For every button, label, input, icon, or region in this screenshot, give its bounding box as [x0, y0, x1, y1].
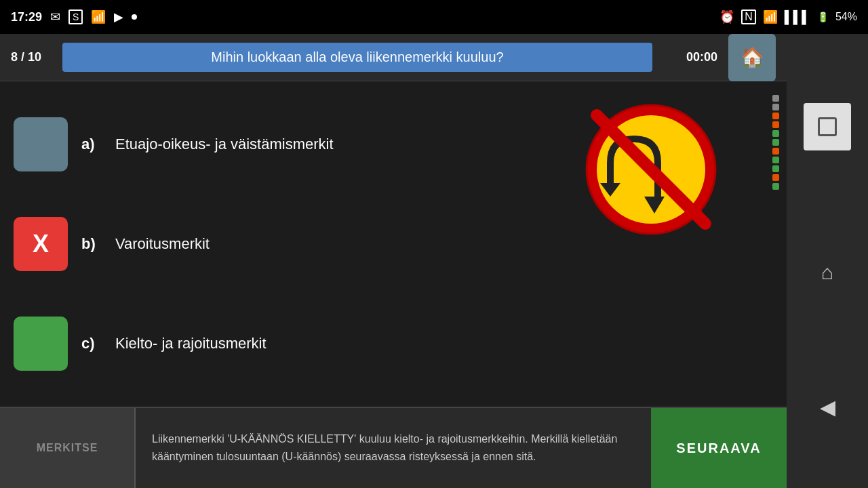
- home-icon: 🏠: [741, 46, 764, 68]
- answer-text-b: Varoitusmerkit: [115, 235, 210, 253]
- scroll-dot-7: [772, 148, 779, 155]
- indicator-c: [14, 317, 68, 371]
- battery-percent: 54%: [835, 11, 857, 23]
- answers-area: a) Etuajo-oikeus- ja väistämismerkit X b…: [0, 81, 787, 407]
- merkitse-button[interactable]: MERKITSE: [0, 408, 136, 488]
- status-time: 17:29: [11, 10, 42, 24]
- answer-letter-a: a): [81, 136, 102, 153]
- alarm-icon: ⏰: [719, 9, 734, 24]
- main-container: 8 / 10 Mihin luokkaan alla oleva liikenn…: [0, 34, 787, 488]
- explanation-content: Liikennemerkki 'U-KÄÄNNÖS KIELLETTY' kuu…: [152, 430, 635, 465]
- android-square-button[interactable]: [804, 103, 851, 150]
- scroll-dot-3: [772, 113, 779, 119]
- answer-text-a: Etuajo-oikeus- ja väistämismerkit: [115, 136, 334, 153]
- dot-indicator: [132, 14, 137, 20]
- indicator-a: [14, 117, 68, 171]
- scroll-dot-4: [772, 121, 779, 128]
- question-timer: 00:00: [663, 50, 717, 64]
- indicator-b: X: [14, 217, 68, 271]
- status-left: 17:29 ✉ S 📶 ▶: [11, 9, 137, 24]
- answer-letter-c: c): [81, 335, 102, 352]
- android-back-button[interactable]: ◀: [820, 395, 835, 419]
- battery-icon: 🔋: [817, 12, 829, 22]
- bottom-bar: MERKITSE Liikennemerkki 'U-KÄÄNNÖS KIELL…: [0, 407, 787, 488]
- no-uturn-sign: [583, 102, 719, 237]
- scroll-indicator: [772, 81, 780, 407]
- scroll-dot-10: [772, 174, 779, 181]
- nfc-icon: N: [741, 9, 756, 24]
- explanation-text: Liikennemerkki 'U-KÄÄNNÖS KIELLETTY' kuu…: [136, 408, 651, 488]
- wifi-icon: 📶: [91, 9, 106, 24]
- scroll-dot-11: [772, 183, 779, 190]
- scroll-dot-2: [772, 104, 779, 110]
- question-number: 8 / 10: [11, 50, 52, 64]
- answer-text-c: Kielto- ja rajoitusmerkit: [115, 335, 267, 352]
- home-button[interactable]: 🏠: [728, 34, 776, 81]
- back-arrow-icon: ◀: [820, 396, 835, 418]
- scroll-dot-1: [772, 95, 779, 102]
- x-mark: X: [14, 217, 68, 271]
- status-right: ⏰ N 📶 ▌▌▌ 🔋 54%: [719, 9, 857, 24]
- scroll-dot-5: [772, 130, 779, 137]
- answer-letter-b: b): [81, 235, 102, 253]
- wifi-signal-icon: 📶: [763, 9, 778, 24]
- seuraava-button[interactable]: SEURAAVA: [651, 408, 787, 488]
- scroll-dot-8: [772, 157, 779, 163]
- scroll-dot-9: [772, 165, 779, 172]
- question-header: 8 / 10 Mihin luokkaan alla oleva liikenn…: [0, 34, 787, 81]
- right-panel: ⌂ ◀: [787, 34, 868, 488]
- signal-bars-icon: ▌▌▌: [785, 10, 810, 24]
- traffic-sign-container: [583, 102, 732, 251]
- scroll-dot-6: [772, 139, 779, 146]
- status-bar: 17:29 ✉ S 📶 ▶ ⏰ N 📶 ▌▌▌ 🔋 54%: [0, 0, 868, 34]
- seuraava-label: SEURAAVA: [676, 441, 761, 456]
- email-icon: ✉: [50, 9, 60, 24]
- house-icon: ⌂: [821, 261, 833, 283]
- answer-row-c[interactable]: c) Kielto- ja rajoitusmerkit: [14, 317, 773, 371]
- android-home-button[interactable]: ⌂: [821, 261, 833, 284]
- sonos-icon: S: [68, 9, 83, 24]
- merkitse-label: MERKITSE: [37, 442, 98, 454]
- play-icon: ▶: [114, 9, 123, 24]
- square-icon: [818, 117, 837, 136]
- question-text: Mihin luokkaan alla oleva liikennemerkki…: [62, 43, 652, 72]
